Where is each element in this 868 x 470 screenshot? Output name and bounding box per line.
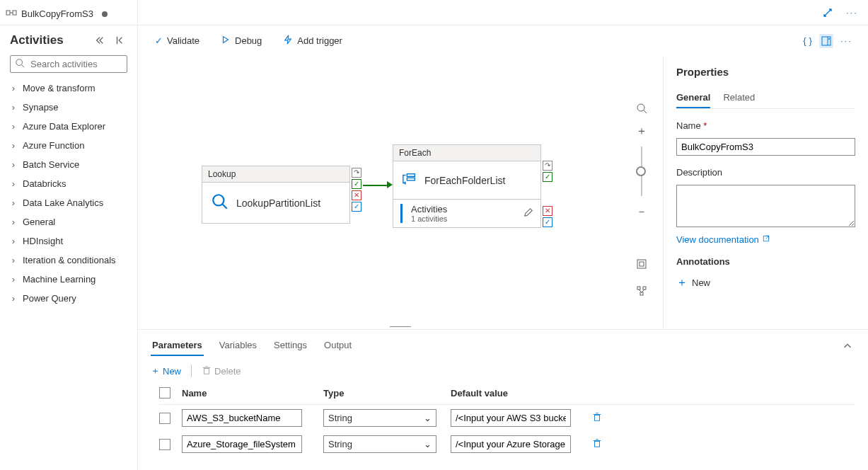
chevron-right-icon: › — [10, 217, 17, 227]
new-parameter-button[interactable]: ＋ New — [151, 365, 181, 377]
chevron-right-icon: › — [10, 274, 17, 285]
foreach-inner-activities[interactable]: Activities 1 activities — [393, 199, 540, 227]
connector-success-icon[interactable]: ✓ — [352, 179, 361, 189]
tab-parameters[interactable]: Parameters — [151, 336, 204, 356]
expand-icon[interactable] — [819, 4, 836, 21]
arrow-head-icon — [387, 181, 393, 188]
category-data-lake-analytics[interactable]: ›Data Lake Analytics — [0, 193, 137, 212]
category-machine-learning[interactable]: ›Machine Learning — [0, 270, 137, 289]
pipeline-description-input[interactable] — [676, 185, 855, 227]
activities-sidebar: BulkCopyFromS3 Activities — [0, 0, 138, 470]
properties-title: Properties — [676, 66, 855, 78]
edit-icon[interactable] — [523, 207, 533, 219]
connector-completion-icon[interactable]: ✓ — [352, 202, 361, 212]
pipeline-icon — [6, 7, 17, 21]
add-trigger-button[interactable]: Add trigger — [279, 34, 347, 47]
more-actions-icon[interactable]: ··· — [838, 33, 855, 49]
svg-point-3 — [16, 59, 23, 66]
category-iteration-conditionals[interactable]: ›Iteration & conditionals — [0, 251, 137, 270]
zoom-out-button[interactable]: － — [632, 202, 652, 222]
connector-success-icon[interactable]: ✓ — [543, 172, 552, 182]
code-braces-icon[interactable]: { } — [800, 33, 815, 49]
activity-foreach[interactable]: ForEach ForEachFolderList Activities 1 a… — [393, 144, 541, 228]
more-icon[interactable]: ··· — [843, 4, 861, 21]
collapse-panel-icon[interactable] — [840, 338, 855, 354]
canvas-search-icon[interactable] — [632, 98, 652, 118]
properties-tab-related[interactable]: Related — [723, 88, 755, 108]
category-azure-function[interactable]: ›Azure Function — [0, 136, 137, 155]
tab-settings[interactable]: Settings — [272, 336, 308, 356]
pipeline-name-input[interactable] — [676, 138, 855, 156]
debug-button[interactable]: Debug — [216, 34, 266, 47]
category-move-transform[interactable]: ›Move & transform — [0, 79, 137, 98]
search-activities-input[interactable] — [10, 55, 127, 73]
row-checkbox[interactable] — [159, 439, 170, 450]
auto-layout-icon[interactable] — [632, 281, 652, 301]
panel-resize-handle[interactable] — [390, 326, 411, 329]
view-documentation-link[interactable]: View documentation — [676, 234, 855, 245]
delete-row-icon[interactable] — [592, 438, 620, 450]
svg-rect-5 — [822, 37, 831, 45]
col-default: Default value — [451, 388, 592, 399]
external-link-icon — [762, 234, 770, 245]
category-batch-service[interactable]: ›Batch Service — [0, 155, 137, 174]
add-annotation-button[interactable]: ＋ New — [676, 275, 855, 290]
zoom-slider-thumb[interactable] — [636, 166, 646, 176]
tab-output[interactable]: Output — [323, 336, 353, 356]
inner-activities-count: 1 activities — [411, 214, 518, 223]
search-icon — [15, 58, 25, 70]
category-databricks[interactable]: ›Databricks — [0, 174, 137, 193]
fit-to-screen-icon[interactable] — [632, 254, 652, 274]
plus-icon: ＋ — [676, 275, 688, 290]
pipeline-tab[interactable]: BulkCopyFromS3 — [6, 7, 108, 21]
name-label: Name — [676, 120, 855, 131]
zoom-in-button[interactable]: ＋ — [632, 121, 652, 141]
select-all-checkbox[interactable] — [159, 387, 170, 399]
svg-rect-1 — [13, 11, 16, 15]
collapse-double-icon[interactable] — [92, 33, 108, 48]
category-synapse[interactable]: ›Synapse — [0, 98, 137, 117]
connector-fail-icon[interactable]: ✕ — [543, 206, 552, 216]
chevron-right-icon: › — [10, 178, 17, 189]
tab-variables[interactable]: Variables — [218, 336, 258, 356]
delete-row-icon[interactable] — [592, 412, 620, 424]
validate-button[interactable]: ✓ Validate — [151, 35, 204, 47]
inner-activities-label: Activities — [411, 204, 518, 214]
svg-rect-16 — [637, 287, 640, 290]
category-power-query[interactable]: ›Power Query — [0, 289, 137, 308]
search-activities-field[interactable] — [29, 58, 122, 70]
row-checkbox[interactable] — [159, 413, 170, 424]
chevron-right-icon: › — [10, 159, 17, 170]
param-type-select[interactable]: String⌄ — [323, 435, 436, 453]
connector-completion-icon[interactable]: ✓ — [543, 217, 552, 227]
svg-rect-15 — [640, 262, 644, 266]
connector-skip-icon[interactable]: ↷ — [543, 161, 552, 171]
pipeline-canvas[interactable]: Lookup LookupPartitionList ↷ ✓ ✕ ✓ — [138, 56, 663, 329]
chevron-right-icon: › — [10, 140, 17, 151]
editor-tabstrip-right: ··· — [138, 0, 868, 25]
bottom-panel: Parameters Variables Settings Output ＋ N… — [138, 329, 868, 470]
svg-point-7 — [828, 38, 830, 40]
param-name-input[interactable] — [182, 435, 302, 453]
param-row: String⌄ — [159, 405, 855, 431]
properties-tab-general[interactable]: General — [676, 88, 710, 108]
connector-fail-icon[interactable]: ✕ — [352, 190, 361, 200]
activity-lookup[interactable]: Lookup LookupPartitionList — [202, 166, 350, 224]
svg-rect-24 — [595, 415, 600, 420]
collapse-icon[interactable] — [112, 33, 127, 48]
category-azure-data-explorer[interactable]: ›Azure Data Explorer — [0, 117, 137, 136]
unsaved-indicator-icon — [102, 11, 108, 17]
zoom-slider[interactable] — [641, 147, 642, 196]
description-label: Description — [676, 167, 855, 178]
col-name: Name — [182, 388, 323, 399]
category-hdinsight[interactable]: ›HDInsight — [0, 231, 137, 251]
properties-toggle-icon[interactable] — [819, 34, 833, 48]
param-default-input[interactable] — [451, 435, 571, 453]
param-name-input[interactable] — [182, 409, 302, 427]
svg-line-9 — [222, 204, 227, 209]
category-general[interactable]: ›General — [0, 212, 137, 231]
param-default-input[interactable] — [451, 409, 571, 427]
delete-parameter-button[interactable]: Delete — [202, 365, 241, 377]
param-type-select[interactable]: String⌄ — [323, 409, 436, 427]
connector-skip-icon[interactable]: ↷ — [352, 168, 361, 178]
